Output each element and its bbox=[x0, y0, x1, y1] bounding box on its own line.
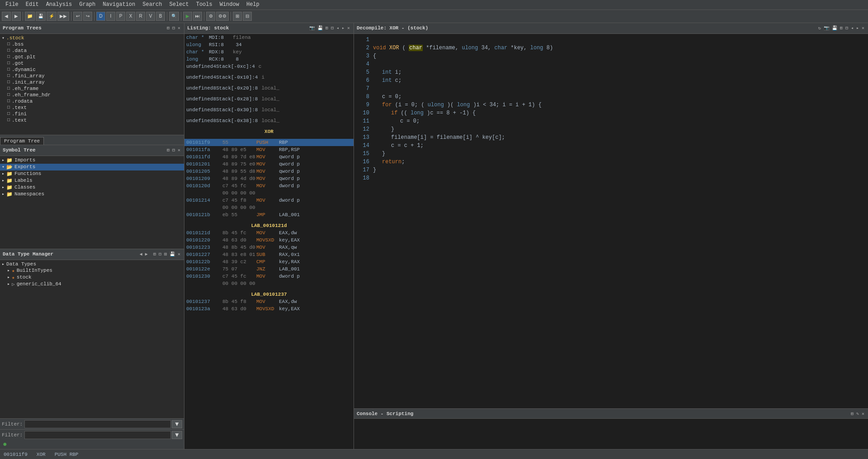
st-close-btn[interactable]: ✕ bbox=[177, 147, 181, 153]
list-asm-row[interactable]: 001011fa 48 89 e5 MOV RBP,RSP bbox=[184, 146, 354, 153]
sym-filter-btn[interactable]: ▼ bbox=[172, 431, 182, 439]
toolbar-decompile-btn[interactable]: D bbox=[96, 12, 105, 21]
con-close-btn[interactable]: ✕ bbox=[861, 411, 865, 416]
lst-close-btn[interactable]: ✕ bbox=[346, 25, 351, 31]
dtm-layout-btn[interactable]: ⊞ bbox=[152, 251, 157, 257]
menu-help[interactable]: Help bbox=[243, 0, 263, 9]
tree-item-eh-frame-hdr[interactable]: □ .eh_frame_hdr bbox=[0, 92, 184, 98]
tree-item-rodata[interactable]: □ .rodata bbox=[0, 98, 184, 104]
listing-content[interactable]: char * MDI:8 filena ulong RSI:8 34 char … bbox=[184, 34, 354, 449]
tree-item-got[interactable]: □ .got bbox=[0, 60, 184, 66]
toolbar-disasm-btn[interactable]: I bbox=[106, 12, 115, 21]
dc-save-btn[interactable]: 💾 bbox=[831, 25, 838, 31]
tab-program-tree[interactable]: Program Tree bbox=[0, 137, 44, 145]
toolbar-patch-btn[interactable]: P bbox=[116, 12, 125, 21]
tree-item-fini[interactable]: □ .fini bbox=[0, 111, 184, 117]
console-content[interactable] bbox=[354, 419, 868, 449]
sym-exports[interactable]: ▾ 📂 Exports bbox=[0, 164, 184, 170]
list-asm-row[interactable]: 0010122e 75 07 JNZ LAB_001 bbox=[184, 265, 354, 273]
dc-btn3[interactable]: ⊞ bbox=[839, 25, 844, 31]
list-asm-row[interactable]: 0010122b 48 39 c2 CMP key,RAX bbox=[184, 258, 354, 265]
con-btn2[interactable]: ✎ bbox=[855, 411, 860, 416]
toolbar-btn-4[interactable]: ▶▶ bbox=[57, 12, 69, 21]
dtm-stock[interactable]: ▸ ★ stock bbox=[0, 274, 184, 281]
sym-namespaces[interactable]: ▸ 📁 Namespaces bbox=[0, 191, 184, 198]
con-btn1[interactable]: ⊞ bbox=[850, 411, 854, 416]
sym-labels[interactable]: ▸ 📁 Labels bbox=[0, 177, 184, 184]
tree-item-eh-frame[interactable]: □ .eh_frame bbox=[0, 85, 184, 92]
list-asm-row[interactable]: 00101201 48 89 75 e0 MOV qword p bbox=[184, 161, 354, 168]
tree-item-fini-array[interactable]: □ .fini_array bbox=[0, 73, 184, 79]
list-asm-row[interactable]: 00101220 48 63 d0 MOVSXD key,EAX bbox=[184, 237, 354, 244]
tree-item-text[interactable]: □ .text bbox=[0, 104, 184, 111]
toolbar-v-btn[interactable]: V bbox=[146, 12, 155, 21]
sym-functions[interactable]: ▸ 📁 Functions bbox=[0, 170, 184, 177]
toolbar-ref-btn[interactable]: R bbox=[136, 12, 145, 21]
menu-edit[interactable]: Edit bbox=[22, 0, 42, 9]
menu-file[interactable]: File bbox=[2, 0, 22, 9]
list-asm-row[interactable]: 0010121d 8b 45 fc MOV EAX,dw bbox=[184, 229, 354, 237]
toolbar-layout-btn[interactable]: ⊞ bbox=[233, 12, 242, 21]
list-asm-row[interactable]: 0010121b eb 55 JMP LAB_001 bbox=[184, 211, 354, 218]
dc-refresh-btn[interactable]: ↻ bbox=[817, 25, 822, 31]
list-asm-row[interactable]: 001011fd 48 89 7d e8 MOV qword p bbox=[184, 153, 354, 161]
dtm-save-btn[interactable]: 💾 bbox=[169, 251, 176, 257]
pt-expand-btn[interactable]: ⊞ bbox=[166, 25, 170, 31]
dc-btn6[interactable]: ▸ bbox=[855, 25, 860, 31]
dtm-btn2[interactable]: ⊟ bbox=[158, 251, 162, 257]
dtm-filter-btn[interactable]: ▼ bbox=[172, 420, 182, 428]
dc-btn4[interactable]: ⊟ bbox=[844, 25, 849, 31]
dtm-close-btn[interactable]: ✕ bbox=[177, 251, 181, 257]
menu-tools[interactable]: Tools bbox=[193, 0, 216, 9]
list-asm-row[interactable]: 00101205 48 89 55 d8 MOV qword p bbox=[184, 168, 354, 175]
list-asm-row[interactable]: 0010120d c7 45 fc MOV dword p bbox=[184, 182, 354, 189]
lst-btn4[interactable]: ⊟ bbox=[330, 25, 335, 31]
pt-close-btn[interactable]: ✕ bbox=[177, 25, 181, 31]
list-asm-row[interactable]: 00101214 c7 45 f8 MOV dword p bbox=[184, 197, 354, 204]
menu-graph[interactable]: Graph bbox=[75, 0, 99, 9]
toolbar-analyze2-btn[interactable]: ⚙⚙ bbox=[216, 12, 229, 21]
st-btn-2[interactable]: ⊟ bbox=[171, 147, 176, 153]
tree-item-text2[interactable]: □ .text bbox=[0, 117, 184, 123]
list-asm-row[interactable]: 00101223 48 8b 45 d0 MOV RAX,qw bbox=[184, 244, 354, 251]
tree-item-init-array[interactable]: □ .init_array bbox=[0, 79, 184, 85]
list-asm-row[interactable]: 00101227 48 83 e8 01 SUB RAX,0x1 bbox=[184, 251, 354, 258]
decompile-content[interactable]: 1 2 void XOR ( char *filename, ulong 34, bbox=[354, 34, 868, 408]
list-asm-row[interactable]: 00101209 48 89 4d d0 MOV qword p bbox=[184, 175, 354, 182]
dtm-filter-input[interactable] bbox=[24, 420, 171, 428]
menu-search[interactable]: Search bbox=[139, 0, 165, 9]
dtm-data-types[interactable]: ▸ Data Types bbox=[0, 261, 184, 267]
lst-btn5[interactable]: ◂ bbox=[335, 25, 340, 31]
menu-window[interactable]: Window bbox=[216, 0, 243, 9]
toolbar-xref-btn[interactable]: X bbox=[126, 12, 135, 21]
toolbar-forward-btn[interactable]: ▶ bbox=[12, 12, 21, 21]
toolbar-run-btn[interactable]: ▶ bbox=[183, 12, 192, 21]
pt-collapse-btn[interactable]: ⊟ bbox=[171, 25, 176, 31]
toolbar-b-btn[interactable]: B bbox=[156, 12, 165, 21]
menu-analysis[interactable]: Analysis bbox=[42, 0, 76, 9]
list-asm-row[interactable]: 00101237 8b 45 f8 MOV EAX,dw bbox=[184, 298, 354, 305]
toolbar-search-btn[interactable]: 🔍 bbox=[169, 12, 179, 21]
dc-close-btn[interactable]: ✕ bbox=[861, 25, 865, 31]
sym-imports[interactable]: ▸ 📁 Imports bbox=[0, 157, 184, 164]
toolbar-step-btn[interactable]: ⏭ bbox=[193, 12, 202, 21]
lst-snapshot-btn[interactable]: 📷 bbox=[308, 25, 316, 31]
dtm-builtin[interactable]: ▸ ★ BuiltInTypes bbox=[0, 267, 184, 274]
list-asm-row[interactable]: 001011f9 55 PUSH RBP bbox=[184, 139, 354, 146]
lst-save-btn[interactable]: 💾 bbox=[316, 25, 324, 31]
list-asm-row[interactable]: 0010123a 48 63 d0 MOVSXD key,EAX bbox=[184, 305, 354, 312]
menu-navigation[interactable]: Navigation bbox=[99, 0, 139, 9]
dtm-generic[interactable]: ▸ ▷ generic_clib_64 bbox=[0, 281, 184, 288]
dc-btn5[interactable]: ◂ bbox=[850, 25, 854, 31]
lst-btn6[interactable]: ▸ bbox=[341, 25, 345, 31]
toolbar-back-btn[interactable]: ◀ bbox=[2, 12, 11, 21]
menu-select[interactable]: Select bbox=[165, 0, 192, 9]
list-asm-row[interactable]: 00101230 c7 45 fc MOV dword p bbox=[184, 273, 354, 280]
toolbar-layout2-btn[interactable]: ⊟ bbox=[243, 12, 252, 21]
lst-btn3[interactable]: ⊞ bbox=[325, 25, 329, 31]
toolbar-undo-btn[interactable]: ↩ bbox=[73, 12, 82, 21]
toolbar-redo-btn[interactable]: ↪ bbox=[83, 12, 92, 21]
tree-item-dynamic[interactable]: □ .dynamic bbox=[0, 66, 184, 73]
dtm-back-btn[interactable]: ◀ bbox=[139, 251, 143, 257]
dtm-btn3[interactable]: ⊠ bbox=[163, 251, 168, 257]
